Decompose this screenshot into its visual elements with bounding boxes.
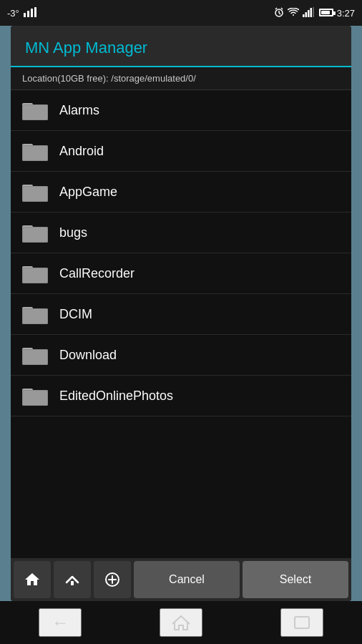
folder-item-dcim[interactable]: DCIM [11,294,351,335]
temperature-display: -3° [7,8,19,19]
alarm-icon [274,7,284,19]
dialog-header: MN App Manager [11,26,351,67]
svg-rect-21 [23,146,47,160]
new-folder-button[interactable] [94,561,131,598]
folder-icon [22,304,48,324]
bars-icon [24,7,36,19]
folder-item-alarms[interactable]: Alarms [11,90,351,131]
home-button[interactable] [14,561,51,598]
folder-item-bugs[interactable]: bugs [11,213,351,253]
folder-name-editedonlinephotos: EditedOnlinePhotos [59,389,173,404]
folder-name-android: Android [59,144,104,159]
svg-rect-33 [23,268,47,283]
status-left: -3° [7,7,36,19]
battery-icon [318,8,333,19]
folder-item-download[interactable]: Download [11,335,351,376]
svg-rect-50 [295,617,309,628]
svg-rect-45 [23,391,47,405]
folder-name-callrecorder: CallRecorder [59,266,134,281]
svg-rect-17 [23,105,47,119]
folder-name-appgame: AppGame [59,185,117,200]
bottom-toolbar: Cancel Select [11,558,351,601]
folder-name-download: Download [59,348,117,363]
folder-name-bugs: bugs [59,225,87,240]
recent-apps-button[interactable] [280,608,323,637]
svg-rect-41 [23,350,47,364]
svg-rect-46 [71,581,74,585]
back-button[interactable]: ← [39,608,82,637]
svg-rect-13 [313,7,314,17]
system-nav-bar: ← [0,601,362,644]
svg-rect-0 [24,13,26,17]
status-bar: -3° [0,0,362,26]
folder-icon [22,141,48,161]
folder-item-android[interactable]: Android [11,131,351,172]
status-right: 3:27 [274,7,355,19]
select-button[interactable]: Select [243,561,348,598]
folder-name-dcim: DCIM [59,307,92,322]
cancel-button[interactable]: Cancel [134,561,240,598]
location-text: Location(10GB free): /storage/emulated/0… [22,73,196,84]
svg-rect-29 [23,228,47,242]
svg-line-6 [279,13,280,14]
wifi-icon [288,8,299,19]
folder-icon [22,223,48,243]
location-bar: Location(10GB free): /storage/emulated/0… [11,67,351,90]
folder-icon [22,263,48,283]
svg-rect-9 [303,14,305,17]
folder-icon [22,100,48,120]
folder-item-callrecorder[interactable]: CallRecorder [11,253,351,294]
svg-rect-10 [305,12,307,17]
svg-rect-11 [308,10,310,17]
svg-rect-1 [27,11,29,17]
svg-line-7 [275,8,277,9]
svg-line-8 [281,8,283,9]
dialog-title: MN App Manager [25,39,337,57]
folder-name-alarms: Alarms [59,103,99,118]
time-display: 3:27 [337,8,355,19]
folder-item-editedonlinephotos[interactable]: EditedOnlinePhotos [11,376,351,416]
svg-rect-2 [31,9,33,17]
folder-icon [22,386,48,406]
svg-rect-3 [34,7,36,17]
folder-item-appgame[interactable]: AppGame [11,172,351,213]
navigate-up-button[interactable] [54,561,91,598]
signal-icon [303,7,314,19]
file-picker-dialog: MN App Manager Location(10GB free): /sto… [11,26,351,601]
folder-icon [22,345,48,365]
folder-icon [22,182,48,202]
home-nav-button[interactable] [160,608,202,637]
svg-rect-25 [23,187,47,201]
file-list[interactable]: Alarms Android AppGame [11,90,351,558]
svg-rect-12 [310,8,312,17]
svg-rect-37 [23,309,47,323]
